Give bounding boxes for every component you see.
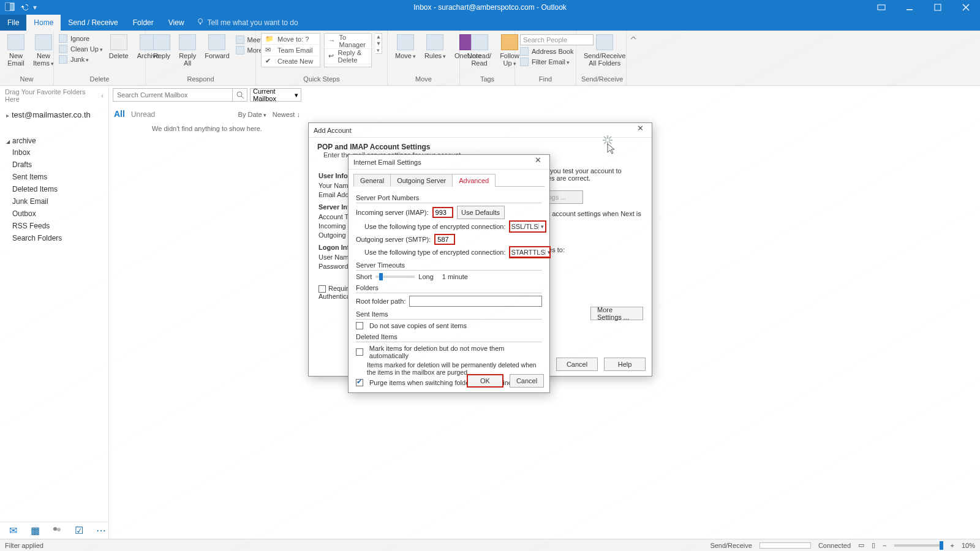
people-module-icon[interactable] [51, 525, 62, 536]
archive-heading[interactable]: archive [0, 133, 108, 146]
tasks-module-icon[interactable]: ☑ [74, 525, 85, 536]
folder-inbox[interactable]: Inbox [0, 146, 108, 159]
new-items-button[interactable]: New Items [31, 33, 56, 69]
folder-sent-items[interactable]: Sent Items [0, 171, 108, 183]
cancel-button-iemail[interactable]: Cancel [510, 374, 544, 388]
filter-email-icon [520, 58, 529, 66]
tab-outgoing-server[interactable]: Outgoing Server [390, 174, 453, 187]
group-find: Find [520, 75, 571, 85]
zoom-in-icon[interactable]: + [951, 542, 954, 549]
reply-all-button[interactable]: Reply All [176, 33, 198, 68]
tab-general[interactable]: General [353, 174, 391, 187]
tell-me-label: Tell me what you want to do [208, 18, 298, 27]
add-account-close-icon[interactable]: ✕ [630, 124, 650, 136]
cleanup-button[interactable]: Clean Up [59, 45, 103, 53]
cleanup-icon [59, 45, 67, 53]
more-settings-button[interactable]: More Settings ... [590, 307, 643, 320]
maximize-icon[interactable] [924, 0, 952, 15]
send-receive-all-button[interactable]: Send/Receive All Folders [581, 33, 628, 68]
reply-label: Reply [153, 52, 170, 59]
folder-drafts[interactable]: Drafts [0, 159, 108, 171]
mark-delete-checkbox[interactable] [356, 348, 363, 356]
cancel-button-addacct[interactable]: Cancel [556, 358, 598, 371]
forward-button[interactable]: Forward [202, 33, 232, 61]
nosave-checkbox[interactable] [356, 322, 363, 329]
tab-view[interactable]: View [161, 15, 192, 31]
folder-search[interactable]: Search Folders [0, 232, 108, 244]
delete-button[interactable]: Delete [107, 33, 131, 61]
sort-newest[interactable]: Newest ↓ [273, 111, 300, 118]
svg-rect-2 [878, 5, 885, 10]
tab-send-receive[interactable]: Send / Receive [61, 15, 125, 31]
tab-file[interactable]: File [0, 15, 26, 31]
spa-checkbox[interactable] [318, 285, 326, 293]
ribbon-display-icon[interactable] [867, 0, 895, 15]
search-people-placeholder: Search People [523, 36, 567, 43]
account-node[interactable]: test@mailmaster.co.th [0, 105, 108, 122]
view-reading-icon[interactable]: ▯ [872, 541, 875, 549]
quick-steps-gallery-2[interactable]: →To Manager ↩Reply & Delete [324, 33, 371, 67]
cleanup-label: Clean Up [70, 45, 103, 53]
imap-encryption-select[interactable]: SSL/TLS▾ [510, 221, 546, 232]
search-input[interactable] [113, 88, 233, 102]
svg-point-9 [53, 527, 57, 531]
nav-more-icon[interactable]: ⋯ [96, 525, 107, 536]
unread-button[interactable]: Unread/ Read [465, 33, 494, 68]
search-scope-dropdown[interactable]: Current Mailbox▾ [250, 88, 301, 102]
chevron-down-icon: ▾ [295, 91, 298, 99]
folder-deleted[interactable]: Deleted Items [0, 183, 108, 195]
help-button[interactable]: Help [604, 358, 646, 371]
zoom-slider[interactable] [894, 544, 943, 547]
tab-advanced[interactable]: Advanced [452, 174, 496, 187]
smtp-port-input[interactable] [434, 234, 455, 245]
folder-rss[interactable]: RSS Feeds [0, 220, 108, 232]
iemail-close-icon[interactable]: ✕ [527, 156, 548, 168]
quick-steps-scroll[interactable]: ▲▼▾ [375, 33, 382, 54]
tab-home[interactable]: Home [26, 15, 61, 31]
replydel-icon: ↩ [328, 52, 334, 61]
ignore-button[interactable]: Ignore [59, 34, 103, 43]
imap-port-input[interactable] [432, 207, 453, 218]
purge-checkbox[interactable] [356, 379, 363, 386]
status-sendreceive: Send/Receive [710, 542, 752, 549]
ribbon-collapse[interactable] [627, 31, 640, 85]
folder-junk[interactable]: Junk Email [0, 195, 108, 208]
junk-button[interactable]: Junk [59, 55, 103, 64]
move-button[interactable]: Move [393, 33, 418, 61]
mail-module-icon[interactable]: ✉ [7, 525, 18, 536]
timeout-slider[interactable] [375, 276, 415, 278]
smtp-encryption-select[interactable]: STARTTLS▾ [510, 247, 550, 258]
search-icon[interactable] [233, 88, 247, 102]
reply-button[interactable]: Reply [151, 33, 173, 61]
use-defaults-button[interactable]: Use Defaults [457, 206, 505, 219]
tell-me-search[interactable]: Tell me what you want to do [192, 14, 303, 31]
qat-customize-icon[interactable]: ▾ [33, 3, 37, 12]
undo-icon[interactable] [20, 2, 28, 13]
sort-by-date[interactable]: By Date [238, 111, 266, 118]
filter-all[interactable]: All [114, 109, 125, 119]
ok-button[interactable]: OK [467, 374, 503, 388]
tab-folder[interactable]: Folder [126, 15, 161, 31]
filter-unread[interactable]: Unread [131, 110, 155, 119]
qs-createnew: Create New [277, 58, 313, 65]
quick-steps-gallery[interactable]: 📁Move to: ? ✉Team Email ✔Create New [261, 33, 320, 67]
folder-outbox[interactable]: Outbox [0, 208, 108, 220]
svg-line-15 [604, 137, 606, 139]
section-sent: Sent Items [356, 310, 542, 318]
calendar-module-icon[interactable]: ▦ [29, 525, 40, 536]
imap-port-label: Incoming server (IMAP): [356, 209, 429, 216]
folder-pane: Drag Your Favorite Folders Here‹ test@ma… [0, 86, 109, 539]
group-sendreceive: Send/Receive [581, 75, 621, 85]
qs-moveto: Move to: ? [277, 36, 309, 43]
minimize-icon[interactable] [895, 0, 924, 15]
rules-button[interactable]: Rules [422, 33, 448, 61]
folder-pane-collapse-icon[interactable]: ‹ [101, 92, 104, 99]
close-icon[interactable] [952, 0, 980, 15]
chevron-down-icon: ▾ [545, 249, 551, 255]
add-account-title: Add Account [314, 127, 352, 134]
svg-line-18 [604, 141, 606, 144]
root-path-input[interactable] [409, 296, 542, 307]
view-normal-icon[interactable]: ▭ [858, 541, 864, 549]
new-email-button[interactable]: New Email [5, 33, 27, 68]
zoom-out-icon[interactable]: − [883, 542, 886, 549]
